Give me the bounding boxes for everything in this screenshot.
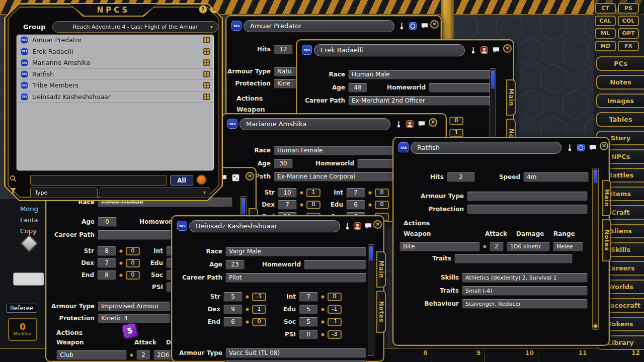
weapon-name-field[interactable]: Club <box>56 350 127 360</box>
npc-name-field[interactable]: Marianne Amshika <box>239 118 390 130</box>
chat-icon[interactable] <box>589 143 597 151</box>
npc-name-field[interactable]: Erek Radaelli <box>314 44 465 56</box>
npc-name-field[interactable]: Ratfish <box>411 142 561 154</box>
thermometer-icon[interactable] <box>397 22 406 30</box>
npc-list-item[interactable]: TASMarianne Amshika <box>17 57 214 69</box>
roll-dot-icon[interactable] <box>119 249 123 253</box>
protection-field[interactable]: Kinetic 3 <box>98 314 171 323</box>
roll-dot-icon[interactable] <box>321 333 325 336</box>
help-icon[interactable]: ? <box>199 5 207 14</box>
npc-name-field[interactable]: Ueinsadz Kasheshshuaar <box>189 220 340 232</box>
token-link-icon[interactable] <box>203 71 210 77</box>
npc-list-item[interactable]: TASRatfish <box>17 69 214 80</box>
weapon-attack-field[interactable]: 2 <box>136 350 150 360</box>
npc-sheet-ueinsadz[interactable]: TAS Ueinsadz Kasheshshuaar × RaceVargr M… <box>171 215 384 362</box>
hotbar-slot[interactable]: 10 <box>485 349 538 362</box>
npc-list-item[interactable]: TASAmuar Predator <box>17 35 214 46</box>
npc-name-field[interactable]: Amuar Predator <box>244 20 394 32</box>
edu-value[interactable]: 6 <box>346 200 365 210</box>
skills-field[interactable]: Athletics (dexterity) 2, Survival 1 <box>462 273 588 283</box>
edu-mod[interactable]: 1 <box>449 129 463 137</box>
age-field[interactable]: 23 <box>225 260 245 269</box>
roll-dot-icon[interactable] <box>300 203 303 207</box>
npc-list-item[interactable]: TASUeinsadz Kasheshshuaar <box>17 92 214 103</box>
behaviour-field[interactable]: Scavenger, Reducer <box>462 299 588 309</box>
sidebar-tab-images[interactable]: Images <box>596 94 644 108</box>
close-icon[interactable]: × <box>373 220 382 229</box>
race-field[interactable]: Human Male <box>348 70 493 79</box>
homeworld-field[interactable] <box>304 260 366 269</box>
npc-list-item[interactable]: TASErek Radaelli <box>17 46 214 58</box>
scrollbar[interactable] <box>592 168 599 330</box>
all-filter-button[interactable]: All <box>170 175 193 186</box>
armour-type-field[interactable]: Improvised Armour <box>98 302 171 311</box>
type-filter-dropdown[interactable]: Type <box>30 188 98 198</box>
npc-sheet-ratfish[interactable]: TAS Ratfish × Hits2 Speed4m Armour Type … <box>392 137 610 346</box>
scrollbar-thumb[interactable] <box>593 169 598 184</box>
str-mod[interactable]: 1 <box>306 189 320 197</box>
int-mod[interactable]: 0 <box>449 117 463 125</box>
homeworld-field[interactable] <box>429 83 492 93</box>
roll-dot-icon[interactable] <box>321 295 325 299</box>
career-path-field[interactable]: Pilot <box>225 273 366 283</box>
color-button[interactable]: COL <box>618 16 639 26</box>
tab-notes[interactable]: Notes <box>376 291 386 333</box>
psi-value[interactable]: 0 <box>299 330 318 339</box>
calendar-button[interactable]: CAL <box>595 16 616 26</box>
hits-field[interactable]: 2 <box>447 172 475 182</box>
npcs-panel[interactable]: NPCS ? × Group Reach Adventure 4 - Last … <box>4 3 223 201</box>
search-icon[interactable] <box>9 174 17 183</box>
group-dropdown[interactable]: Reach Adventure 4 - Last Flight of the A… <box>52 21 218 33</box>
age-field[interactable]: 30 <box>274 159 293 168</box>
career-path-field[interactable]: Ex-Merchant 2nd Officer <box>348 96 493 106</box>
sidebar-tab-tables[interactable]: Tables <box>596 112 644 127</box>
str-value[interactable]: 5 <box>223 292 243 302</box>
type-filter-bar[interactable]: ▾ <box>100 188 210 198</box>
roll-dot-icon[interactable] <box>321 320 325 324</box>
roll-dot-icon[interactable] <box>483 245 487 248</box>
end-value[interactable]: 6 <box>223 317 243 327</box>
close-icon[interactable]: × <box>429 118 437 127</box>
scrollbar[interactable] <box>490 68 496 141</box>
thermometer-icon[interactable] <box>343 222 351 230</box>
roll-dot-icon[interactable] <box>119 274 123 277</box>
close-icon[interactable]: × <box>430 20 439 29</box>
weapon-name-field[interactable]: Bite <box>399 242 480 251</box>
int-mod[interactable]: 0 <box>328 293 342 301</box>
speed-field[interactable]: 4m <box>523 172 589 182</box>
edu-mod[interactable]: 0 <box>375 201 389 209</box>
weapon-damage-field[interactable]: 1D6 kinetic <box>507 242 550 251</box>
tab-main[interactable]: Main <box>376 251 386 288</box>
modifiers-button[interactable]: MD <box>595 41 616 51</box>
int-value[interactable]: 7 <box>346 188 365 198</box>
str-mod[interactable]: 0 <box>126 247 140 255</box>
token-link-icon[interactable] <box>203 94 210 100</box>
thermometer-icon[interactable] <box>394 120 403 128</box>
npc-list-item[interactable]: TASTribe Members <box>17 80 214 92</box>
portrait-icon[interactable] <box>480 46 488 54</box>
close-icon[interactable]: × <box>600 142 608 150</box>
hotbar-slot[interactable]: 12 <box>591 349 644 362</box>
str-value[interactable]: 10 <box>278 188 297 198</box>
soc-mod[interactable]: -1 <box>328 318 342 326</box>
end-mod[interactable]: 0 <box>126 271 140 280</box>
psi-mod[interactable]: -3 <box>328 330 342 339</box>
dex-mod[interactable]: 1 <box>252 305 266 314</box>
roll-dot-icon[interactable] <box>119 261 123 265</box>
roll-dot-icon[interactable] <box>368 203 372 207</box>
protection-field[interactable]: Kinetic 4, Radiation 10 <box>225 360 366 362</box>
thermometer-icon[interactable] <box>566 143 574 151</box>
edu-mod[interactable]: -1 <box>328 305 342 314</box>
purple-die-icon[interactable]: 5 <box>121 322 139 340</box>
scrollbar[interactable] <box>368 244 374 356</box>
int-mod[interactable]: 0 <box>375 189 389 197</box>
traits-field[interactable]: Small (-4) <box>462 286 588 296</box>
effects-button[interactable]: FX <box>618 41 639 51</box>
scrollbar-thumb[interactable] <box>241 198 246 215</box>
chat-icon[interactable] <box>418 120 426 128</box>
dex-value[interactable]: 9 <box>223 305 243 314</box>
close-icon[interactable]: × <box>246 172 254 180</box>
roll-dot-icon[interactable] <box>321 308 325 311</box>
roll-dot-icon[interactable] <box>246 308 249 311</box>
portrait-icon[interactable] <box>406 120 414 128</box>
